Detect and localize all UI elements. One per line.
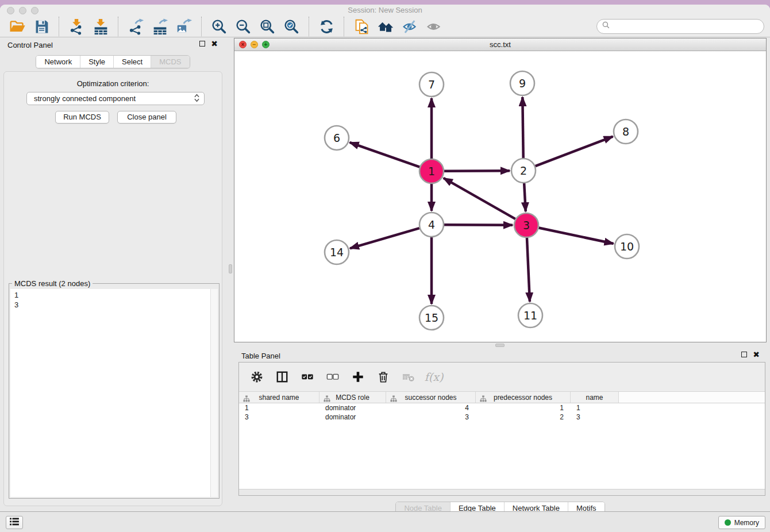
chevron-up-down-icon xyxy=(194,94,199,104)
column-label: MCDS role xyxy=(336,394,369,402)
close-table-panel-icon[interactable]: ✖ xyxy=(753,352,760,357)
control-panel-tabs: NetworkStyleSelectMCDS xyxy=(0,55,226,68)
graph-node-label: 1 xyxy=(428,165,435,178)
horizontal-splitter[interactable] xyxy=(234,342,767,348)
delete-row-icon[interactable] xyxy=(375,369,392,384)
table-hscrollbar[interactable] xyxy=(239,489,765,495)
hierarchy-icon xyxy=(480,394,487,406)
search-box xyxy=(596,19,764,34)
toolbar-groups xyxy=(0,17,451,36)
criterion-dropdown[interactable]: strongly connected component xyxy=(26,92,205,105)
graph-node-label: 8 xyxy=(622,125,629,138)
graph-node-label: 3 xyxy=(523,219,530,232)
app-window: Session: New Session Control Panel ✖ Net… xyxy=(0,5,770,532)
deselect-all-icon[interactable] xyxy=(324,369,341,384)
tab-mcds[interactable]: MCDS xyxy=(151,56,189,68)
column-header-successor-nodes[interactable]: successor nodes xyxy=(386,392,476,403)
table-row[interactable]: 1dominator411 xyxy=(239,403,765,413)
column-label: successor nodes xyxy=(405,394,456,402)
graph-edge-4-14[interactable] xyxy=(350,228,419,248)
save-session-icon[interactable] xyxy=(29,17,53,36)
graph-node-label: 4 xyxy=(428,218,435,231)
table-cell: 4 xyxy=(386,403,476,413)
settings-gear-icon[interactable] xyxy=(248,369,265,384)
network-canvas[interactable]: 7968124314101511 xyxy=(234,51,766,342)
column-header-shared-name[interactable]: shared name xyxy=(239,392,319,403)
node-table: shared nameMCDS rolesuccessor nodesprede… xyxy=(239,391,765,422)
network-window-titlebar[interactable]: × − + scc.txt xyxy=(234,38,766,51)
import-table-icon[interactable] xyxy=(88,17,113,36)
column-header-predecessor-nodes[interactable]: predecessor nodes xyxy=(476,392,571,403)
column-label: predecessor nodes xyxy=(494,394,552,402)
table-cell: 3 xyxy=(386,413,476,422)
export-image-icon[interactable] xyxy=(172,17,196,36)
toolbar-group xyxy=(309,17,344,36)
graph-edge-3-11[interactable] xyxy=(527,238,530,302)
close-panel-button[interactable]: Close panel xyxy=(117,111,176,124)
vertical-splitter-handle[interactable] xyxy=(229,264,232,273)
result-line: 1 xyxy=(10,290,218,300)
graph-edge-1-6[interactable] xyxy=(350,142,420,167)
refresh-icon[interactable] xyxy=(314,17,338,36)
zoom-fit-icon[interactable] xyxy=(255,17,279,36)
table-panel-header: Table Panel ✖ xyxy=(234,348,767,363)
graph-edge-2-9[interactable] xyxy=(522,97,523,158)
table-cell: 3 xyxy=(571,413,619,422)
table-cell: 1 xyxy=(239,403,319,413)
tab-network[interactable]: Network xyxy=(36,56,80,68)
result-scrollbar[interactable] xyxy=(210,289,218,497)
graph-edge-2-3[interactable] xyxy=(524,183,526,211)
graph-edge-3-10[interactable] xyxy=(539,228,614,244)
clone-network-icon[interactable] xyxy=(349,17,374,36)
float-panel-icon[interactable] xyxy=(199,41,205,47)
zoom-selected-icon[interactable] xyxy=(279,17,303,36)
column-header-MCDS-role[interactable]: MCDS role xyxy=(319,392,386,403)
table-row[interactable]: 3dominator323 xyxy=(239,413,765,422)
hierarchy-icon xyxy=(243,394,250,406)
export-table-icon[interactable] xyxy=(148,17,172,36)
graph-edge-3-1[interactable] xyxy=(444,178,515,219)
table-toolbar: f(x) xyxy=(239,363,765,391)
search-input[interactable] xyxy=(611,21,764,32)
column-label: shared name xyxy=(259,394,299,402)
optimization-criterion-label: Optimization criterion: xyxy=(4,79,222,88)
graph-node-label: 15 xyxy=(425,311,438,324)
export-network-icon[interactable] xyxy=(124,17,148,36)
task-history-button[interactable] xyxy=(6,516,23,529)
table-cell: dominator xyxy=(319,413,386,422)
home-icon[interactable] xyxy=(374,17,398,36)
status-bar: Memory xyxy=(0,511,770,532)
toolbar-group xyxy=(59,17,118,36)
add-row-icon[interactable] xyxy=(349,369,367,384)
memory-label: Memory xyxy=(734,519,759,527)
toolbar-group xyxy=(0,17,59,36)
horizontal-splitter-handle[interactable] xyxy=(495,344,505,347)
float-table-panel-icon[interactable] xyxy=(741,352,747,357)
select-all-icon[interactable] xyxy=(299,369,316,384)
graph-edge-2-8[interactable] xyxy=(536,137,613,167)
graph-edge-4-3[interactable] xyxy=(444,225,513,225)
graph-node-label: 10 xyxy=(620,240,634,253)
tab-style[interactable]: Style xyxy=(80,56,113,68)
memory-button[interactable]: Memory xyxy=(718,516,765,529)
import-network-icon[interactable] xyxy=(64,17,88,36)
mcds-result-groupbox: MCDS result (2 nodes) 13 xyxy=(9,283,220,499)
close-panel-icon[interactable]: ✖ xyxy=(211,41,218,47)
column-header-name[interactable]: name xyxy=(571,392,619,403)
run-mcds-button[interactable]: Run MCDS xyxy=(55,111,109,124)
tab-select[interactable]: Select xyxy=(113,56,151,68)
show-eye-icon xyxy=(422,17,446,36)
network-view-window: × − + scc.txt 7968124314101511 xyxy=(234,38,767,342)
show-columns-icon[interactable] xyxy=(274,369,291,384)
function-builder-icon: f(x) xyxy=(425,369,442,384)
hierarchy-icon xyxy=(390,394,397,406)
network-graph: 7968124314101511 xyxy=(234,51,766,342)
graph-edge-1-2[interactable] xyxy=(444,171,510,171)
graph-node-label: 6 xyxy=(333,132,340,144)
hide-eye-icon[interactable] xyxy=(398,17,422,36)
open-session-icon[interactable] xyxy=(5,17,29,36)
toolbar-group xyxy=(201,17,309,36)
zoom-out-icon[interactable] xyxy=(231,17,255,36)
zoom-in-icon[interactable] xyxy=(207,17,231,36)
mcds-result-textarea[interactable]: 13 xyxy=(10,289,218,497)
